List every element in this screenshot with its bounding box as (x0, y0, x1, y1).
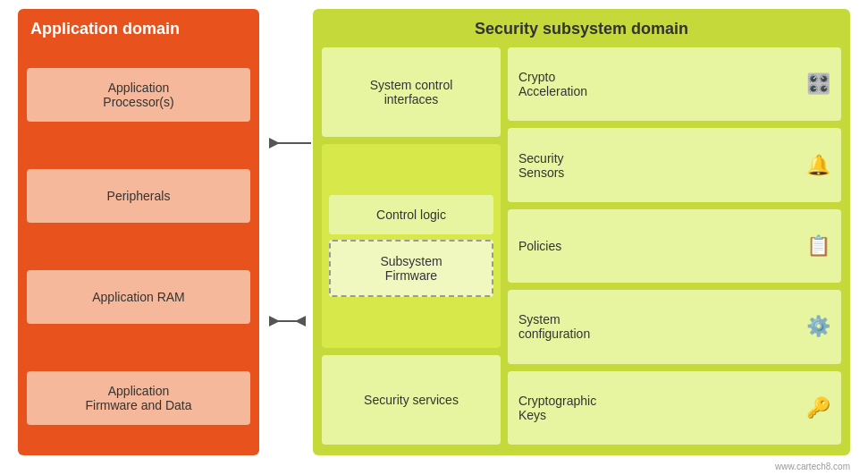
arrow-top (262, 134, 311, 152)
system-configuration-item: Systemconfiguration ⚙️ (508, 290, 841, 363)
system-configuration-label: Systemconfiguration (518, 312, 590, 341)
crypto-acceleration-label: CryptoAcceleration (518, 70, 587, 98)
security-sensors-item: SecuritySensors 🔔 (508, 128, 841, 201)
config-icon: ⚙️ (806, 315, 830, 338)
key-icon: 🔑 (806, 396, 830, 420)
arrow-bottom (262, 312, 311, 330)
app-firmware-item: ApplicationFirmware and Data (27, 371, 250, 425)
crypto-icon: 🎛️ (806, 72, 830, 96)
control-logic-item: Control logic (329, 195, 493, 234)
cryptographic-keys-item: CryptographicKeys 🔑 (508, 371, 841, 445)
app-processors-item: ApplicationProcessor(s) (27, 68, 250, 122)
middle-column: System controlinterfaces Control logic S… (322, 47, 501, 445)
security-sensors-label: SecuritySensors (518, 151, 564, 180)
app-domain-title: Application domain (27, 20, 250, 38)
cryptographic-keys-label: CryptographicKeys (518, 394, 596, 422)
watermark: www.cartech8.com (0, 460, 868, 475)
app-ram-item: Application RAM (27, 270, 250, 324)
policies-item: Policies 📋 (508, 209, 841, 283)
security-services-item: Security services (322, 355, 501, 445)
control-group: Control logic SubsystemFirmware (322, 144, 501, 348)
peripherals-item: Peripherals (27, 169, 250, 223)
policies-icon: 📋 (806, 234, 830, 258)
system-control-item: System controlinterfaces (322, 47, 501, 137)
security-domain: Security subsystem domain System control… (313, 9, 850, 455)
app-domain-items: ApplicationProcessor(s) Peripherals Appl… (27, 47, 250, 445)
security-content: System controlinterfaces Control logic S… (322, 47, 841, 445)
sensor-icon: 🔔 (806, 154, 830, 177)
app-domain: Application domain ApplicationProcessor(… (18, 9, 259, 455)
subsystem-firmware-item: SubsystemFirmware (329, 240, 493, 297)
arrow-connector (259, 9, 313, 455)
crypto-acceleration-item: CryptoAcceleration 🎛️ (508, 47, 841, 121)
right-column: CryptoAcceleration 🎛️ SecuritySensors 🔔 … (508, 47, 841, 445)
watermark-text: www.cartech8.com (775, 462, 850, 471)
main-layout: Application domain ApplicationProcessor(… (0, 0, 868, 460)
policies-label: Policies (518, 239, 561, 253)
security-domain-title: Security subsystem domain (322, 20, 841, 38)
